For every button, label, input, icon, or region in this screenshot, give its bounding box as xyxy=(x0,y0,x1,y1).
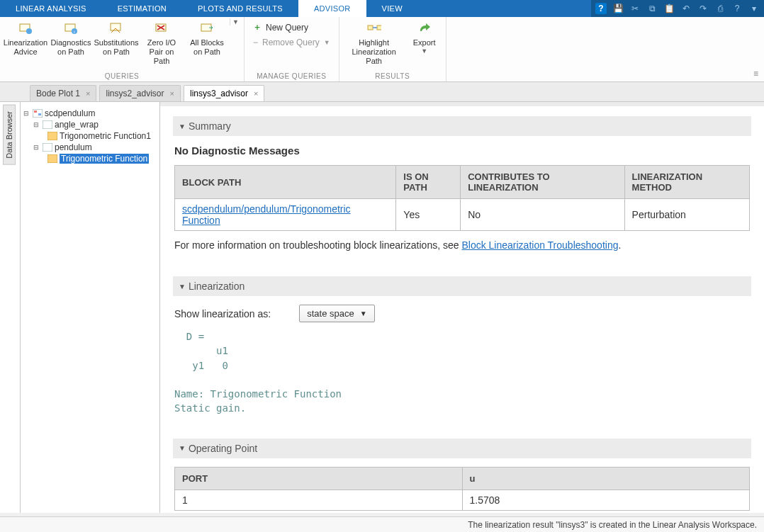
collapse-icon[interactable]: ⊟ xyxy=(33,121,40,128)
svg-rect-15 xyxy=(38,113,41,115)
toolstrip: Linearization Advice i Diagnostics on Pa… xyxy=(0,17,764,82)
zero-io-icon xyxy=(155,21,169,35)
svg-point-1 xyxy=(26,28,32,34)
close-icon[interactable]: × xyxy=(170,89,174,98)
remove-query-button[interactable]: − Remove Query ▼ xyxy=(253,38,330,47)
print-icon[interactable]: ⎙ xyxy=(714,3,726,14)
tree-label: pendulum xyxy=(55,142,92,152)
btn-label: Substitutions on Path xyxy=(94,38,139,57)
paste-icon[interactable]: 📋 xyxy=(663,3,675,14)
linearization-header[interactable]: ▼ Linearization xyxy=(173,276,751,296)
tab-advisor[interactable]: ADVISOR xyxy=(298,0,366,17)
new-query-button[interactable]: ＋ New Query xyxy=(253,21,308,33)
model-tree: ⊟ scdpendulum ⊟ angle_wrap Trigonometric… xyxy=(20,102,160,513)
cell-contributes: No xyxy=(461,199,624,231)
btn-label: Linearization Advice xyxy=(4,38,47,57)
undo-icon[interactable]: ↶ xyxy=(680,3,692,14)
troubleshooting-link[interactable]: Block Linearization Troubleshooting xyxy=(461,239,618,251)
svg-text:i: i xyxy=(74,30,74,34)
operating-point-table: PORT u 1 1.5708 xyxy=(174,467,750,511)
linearization-advice-button[interactable]: Linearization Advice xyxy=(3,18,48,60)
group-manage-queries: ＋ New Query − Remove Query ▼ MANAGE QUER… xyxy=(245,17,339,81)
cell-method: Perturbation xyxy=(624,199,749,231)
tab-view[interactable]: VIEW xyxy=(366,0,418,17)
help-icon[interactable]: ? xyxy=(595,3,607,14)
summary-body: No Diagnostic Messages BLOCK PATH IS ON … xyxy=(173,145,751,265)
summary-header[interactable]: ▼ Summary xyxy=(173,116,751,136)
summary-table: BLOCK PATH IS ON PATH CONTRIBUTES TO LIN… xyxy=(174,165,750,231)
col-is-on-path: IS ON PATH xyxy=(396,166,461,199)
svg-rect-10 xyxy=(368,26,373,30)
collapse-icon[interactable]: ⊟ xyxy=(23,110,30,117)
export-button[interactable]: Export ▼ xyxy=(406,18,443,58)
tab-plots-results[interactable]: PLOTS AND RESULTS xyxy=(182,0,298,17)
btn-label: Zero I/O Pair on Path xyxy=(140,38,183,67)
col-block-path: BLOCK PATH xyxy=(175,166,396,199)
tree-node-angle-wrap[interactable]: ⊟ angle_wrap xyxy=(23,119,157,130)
tab-label: linsys3_advisor xyxy=(190,89,248,98)
redo-icon[interactable]: ↷ xyxy=(697,3,709,14)
text: For more information on troubleshooting … xyxy=(174,239,461,251)
tree-node-trig-func[interactable]: Trigonometric Function xyxy=(23,153,157,164)
table-row: scdpendulum/pendulum/Trigonometric Funct… xyxy=(175,199,750,231)
block-path-link[interactable]: scdpendulum/pendulum/Trigonometric Funct… xyxy=(182,203,351,226)
cut-icon[interactable]: ✂ xyxy=(629,3,641,14)
operating-point-header[interactable]: ▼ Operating Point xyxy=(173,438,751,458)
doc-tab-linsys3-advisor[interactable]: linsys3_advisor × xyxy=(184,85,264,101)
subsystem-icon xyxy=(43,120,52,129)
group-results: Highlight Linearization Path Export ▼ RE… xyxy=(339,17,446,81)
section-title: Linearization xyxy=(189,281,245,292)
tab-estimation[interactable]: ESTIMATION xyxy=(102,0,182,17)
col-lin-method: LINEARIZATION METHOD xyxy=(624,166,749,199)
tree-root[interactable]: ⊟ scdpendulum xyxy=(23,108,157,119)
collapse-ribbon-icon[interactable]: ≡ xyxy=(753,17,764,81)
linearization-body: Show linearization as: state space ▼ D =… xyxy=(173,305,751,427)
btn-label: New Query xyxy=(266,23,308,33)
doc-tab-bode-plot-1[interactable]: Bode Plot 1 × xyxy=(30,85,96,101)
block-icon xyxy=(47,132,57,140)
btn-label: Highlight Linearization Path xyxy=(344,38,405,67)
save-icon[interactable]: 💾 xyxy=(612,3,624,14)
data-browser-tab[interactable]: Data Browser xyxy=(3,105,16,165)
summary-help-text: For more information on troubleshooting … xyxy=(174,239,750,251)
minimize-ribbon-icon[interactable]: ▾ xyxy=(748,3,760,14)
substitutions-icon xyxy=(109,21,123,35)
queries-dropdown[interactable]: ▼ xyxy=(230,18,241,26)
doc-tab-linsys2-advisor[interactable]: linsys2_advisor × xyxy=(99,85,180,101)
col-port: PORT xyxy=(175,467,463,489)
plus-icon: ＋ xyxy=(253,21,262,33)
collapse-icon[interactable]: ⊟ xyxy=(33,144,40,151)
highlight-linearization-path-button[interactable]: Highlight Linearization Path xyxy=(342,18,406,69)
svg-rect-11 xyxy=(377,26,381,30)
close-icon[interactable]: × xyxy=(86,89,90,98)
titlebar-icons: ? 💾 ✂ ⧉ 📋 ↶ ↷ ⎙ ? ▾ xyxy=(591,0,764,17)
diagnostics-on-path-button[interactable]: i Diagnostics on Path xyxy=(48,18,94,60)
substitutions-on-path-button[interactable]: Substitutions on Path xyxy=(94,18,139,60)
all-blocks-on-path-button[interactable]: All Blocks on Path xyxy=(184,18,230,60)
svg-rect-19 xyxy=(47,154,57,163)
copy-icon[interactable]: ⧉ xyxy=(646,3,658,14)
tree-node-trig-func-1[interactable]: Trigonometric Function1 xyxy=(23,130,157,142)
close-icon[interactable]: × xyxy=(254,89,258,98)
btn-label: Remove Query xyxy=(262,38,320,47)
svg-rect-14 xyxy=(34,111,37,113)
svg-rect-17 xyxy=(47,132,57,140)
tab-label: linsys2_advisor xyxy=(106,89,164,98)
chevron-down-icon: ▼ xyxy=(421,47,427,55)
show-linearization-label: Show linearization as: xyxy=(174,308,271,319)
linearization-format-select[interactable]: state space ▼ xyxy=(299,305,374,322)
advisor-content[interactable]: ▼ Summary No Diagnostic Messages BLOCK P… xyxy=(160,102,764,513)
tree-node-pendulum[interactable]: ⊟ pendulum xyxy=(23,142,157,153)
collapse-triangle-icon: ▼ xyxy=(179,283,186,290)
tab-linear-analysis[interactable]: LINEAR ANALYSIS xyxy=(0,0,102,17)
zero-io-pair-button[interactable]: Zero I/O Pair on Path xyxy=(139,18,184,69)
btn-label: All Blocks on Path xyxy=(186,38,228,57)
table-row: 1 1.5708 xyxy=(175,489,750,510)
tree-label: angle_wrap xyxy=(55,120,99,130)
chevron-down-icon: ▼ xyxy=(324,39,330,46)
status-text: The linearization result "linsys3" is cr… xyxy=(468,520,757,530)
group-label: MANAGE QUERIES xyxy=(247,72,336,81)
main-tabstrip: LINEAR ANALYSIS ESTIMATION PLOTS AND RES… xyxy=(0,0,764,17)
help2-icon[interactable]: ? xyxy=(731,3,743,14)
group-label: QUERIES xyxy=(3,72,241,81)
